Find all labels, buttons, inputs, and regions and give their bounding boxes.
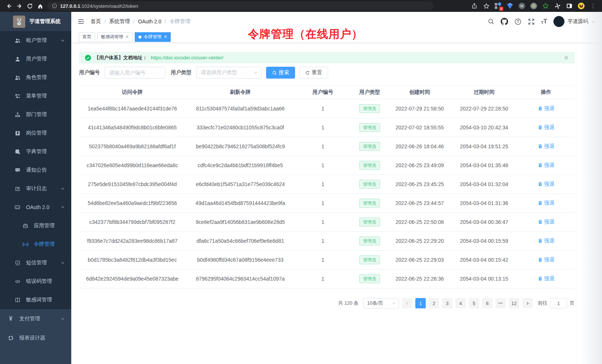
profile-avatar-icon[interactable] [576, 1, 586, 11]
force-logout-button[interactable]: 强退 [538, 105, 554, 112]
extension-grid-icon[interactable]: 9 [493, 1, 503, 11]
browser-toolbar: 127.0.0.1:1024/system/oauth2/token 9 ⌘ [0, 0, 602, 12]
sidebar-item-error-code[interactable]: 错误码管理 [0, 272, 71, 291]
sidebar-item-oauth2[interactable]: OAuth 2.0 [0, 198, 71, 216]
sidebar-item-label: 令牌管理 [34, 241, 55, 248]
svg-text:?: ? [517, 20, 519, 24]
sidebar-item-user[interactable]: 用户管理 [0, 50, 71, 68]
back-icon[interactable] [4, 1, 14, 11]
user-type-label: 用户类型 [171, 69, 192, 76]
sidebar-collapse-icon[interactable] [77, 18, 85, 25]
code-icon [14, 278, 20, 284]
tab-sensitive-word[interactable]: 敏感词管理 ✕ [97, 32, 132, 42]
reset-button[interactable]: 重置 [299, 67, 328, 79]
sidebar-submenu-section: 租户管理 用户管理 角色管理 菜单管理 [0, 31, 71, 309]
page-size-select[interactable]: 10条/页 [363, 298, 399, 308]
address-bar[interactable]: 127.0.0.1:1024/system/oauth2/token [48, 1, 433, 10]
close-icon[interactable]: ✕ [564, 54, 569, 61]
sidebar-item-label: 岗位管理 [26, 130, 47, 136]
sidebar-item-tenant[interactable]: 租户管理 [0, 31, 71, 50]
expires-at-cell: 2054-03-04 01:35:48 [451, 156, 517, 175]
force-logout-button[interactable]: 强退 [538, 200, 554, 206]
more-pages-button[interactable]: ••• [495, 298, 506, 308]
bookmark-star-icon[interactable] [481, 1, 491, 11]
sidebar-item-dept[interactable]: 部门管理 [0, 105, 71, 124]
side-panel-icon[interactable] [564, 1, 575, 11]
force-logout-button[interactable]: 强退 [538, 162, 554, 169]
tab-label: 敏感词管理 [101, 34, 123, 40]
home-icon[interactable] [35, 1, 45, 11]
table-row: c342377bf8b344799dcbf7bf095287f2 9ce8ef2… [79, 213, 575, 232]
record-extension-icon[interactable] [529, 1, 539, 11]
next-page-button[interactable] [522, 298, 533, 308]
app-logo[interactable]: 🐰 芋道管理系统 [0, 12, 71, 31]
search-icon[interactable] [488, 18, 494, 25]
sidebar-item-sensitive-word[interactable]: 敏感词管理 [0, 291, 71, 309]
github-icon[interactable] [501, 18, 508, 25]
sidebar-item-role[interactable]: 角色管理 [0, 68, 71, 87]
col-user-id: 用户编号 [295, 86, 351, 99]
breadcrumb-system[interactable]: 系统管理 [109, 18, 130, 25]
breadcrumb-oauth2[interactable]: OAuth 2.0 [138, 19, 161, 24]
reload-icon[interactable] [24, 1, 35, 11]
user-type-select[interactable]: 请选择用户类型 [196, 67, 262, 79]
page-button-2[interactable]: 2 [429, 298, 439, 308]
green-star-extension-icon[interactable] [540, 1, 551, 11]
goto-page-input[interactable] [550, 298, 567, 308]
user-menu[interactable]: 芋道源码 [553, 16, 595, 27]
font-size-icon[interactable]: TT [541, 18, 547, 25]
gem-extension-icon[interactable] [505, 1, 515, 11]
force-logout-button[interactable]: 强退 [538, 238, 554, 244]
page-button-3[interactable]: 3 [442, 298, 452, 308]
caret-down-icon [591, 20, 595, 24]
sidebar-menu: 租户管理 用户管理 角色管理 菜单管理 [0, 31, 71, 364]
search-button[interactable]: 搜索 [266, 67, 295, 79]
browser-menu-icon[interactable]: ⋮ [588, 1, 598, 11]
sidebar-item-payment[interactable]: ¥ 支付管理 [0, 309, 71, 328]
help-icon[interactable]: ? [514, 18, 521, 25]
people-icon [14, 75, 20, 80]
chevron-down-icon [60, 317, 65, 321]
sidebar-item-oauth2-token[interactable]: 令牌管理 [0, 235, 71, 254]
sidebar-item-audit-log[interactable]: 审计日志 [0, 179, 71, 198]
sidebar-item-oauth2-app[interactable]: 应用管理 [0, 216, 71, 235]
force-logout-button[interactable]: 强退 [538, 275, 554, 282]
sidebar-item-label: 支付管理 [19, 315, 40, 322]
sidebar-item-label: 字典管理 [26, 148, 47, 155]
tab-label: 首页 [82, 34, 91, 40]
force-logout-button[interactable]: 强退 [538, 219, 554, 225]
site-info-icon[interactable] [52, 3, 57, 9]
force-logout-button[interactable]: 强退 [538, 143, 554, 150]
force-logout-button[interactable]: 强退 [538, 181, 554, 188]
doc-link[interactable]: https://doc.iocoder.cn/user-center/ [151, 55, 223, 60]
fullscreen-icon[interactable] [528, 18, 535, 25]
user-id-label: 用户编号 [79, 69, 100, 76]
sidebar-item-sms[interactable]: 短信管理 [0, 254, 71, 272]
sidebar-item-notice[interactable]: 通知公告 [0, 161, 71, 179]
sidebar-item-menu[interactable]: 菜单管理 [0, 87, 71, 105]
url-text[interactable]: 127.0.0.1:1024/system/oauth2/token [60, 3, 138, 9]
tab-home[interactable]: 首页 [79, 32, 95, 42]
user-id-cell: 1 [295, 118, 351, 137]
refresh-token-cell: cdfc4ce9c2da4bb1bdf21b9918ff4be5 [186, 156, 295, 175]
tab-token[interactable]: 令牌管理 ✕ [135, 32, 171, 42]
forward-icon[interactable] [14, 1, 24, 11]
breadcrumb-home[interactable]: 首页 [91, 18, 101, 25]
prev-page-button[interactable] [402, 298, 412, 308]
close-icon[interactable]: ✕ [164, 34, 167, 39]
sidebar-item-post[interactable]: 岗位管理 [0, 124, 71, 142]
force-logout-button[interactable]: 强退 [538, 257, 554, 263]
page-button-4[interactable]: 4 [455, 298, 466, 308]
command-extension-icon[interactable]: ⌘ [517, 1, 527, 11]
page-button-5[interactable]: 5 [469, 298, 479, 308]
force-logout-button[interactable]: 强退 [538, 124, 554, 131]
close-icon[interactable]: ✕ [125, 34, 129, 39]
page-button-1[interactable]: 1 [415, 298, 426, 308]
pinwheel-extension-icon[interactable] [552, 1, 563, 11]
share-icon[interactable] [469, 1, 480, 11]
sidebar-item-report-designer[interactable]: 报表设计器 [0, 328, 71, 348]
page-button-12[interactable]: 12 [509, 298, 519, 308]
page-button-6[interactable]: 6 [482, 298, 493, 308]
user-id-input[interactable] [105, 67, 166, 79]
sidebar-item-dict[interactable]: 字典管理 [0, 142, 71, 161]
